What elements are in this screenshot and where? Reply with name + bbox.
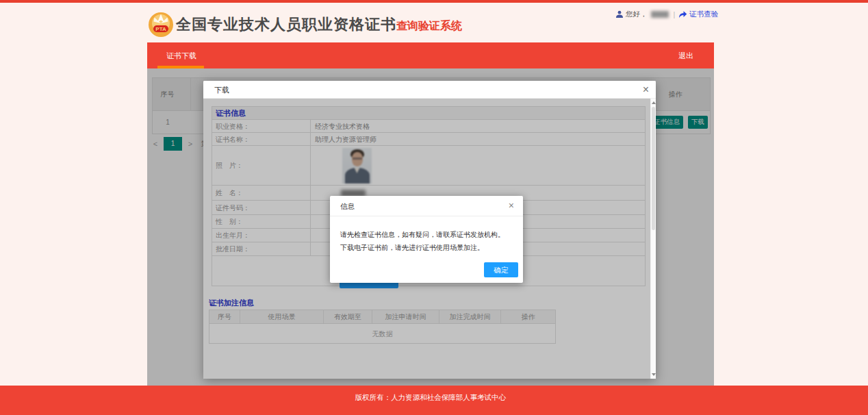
- greeting-text: 您好，: [626, 10, 648, 19]
- scrollbar-down-arrow[interactable]: [652, 373, 656, 376]
- download-modal-titlebar: 下载 ×: [203, 81, 656, 99]
- info-modal-title: 信息: [340, 196, 355, 216]
- info-modal-message: 请先检查证书信息，如有疑问，请联系证书发放机构。 下载电子证书前，请先进行证书使…: [340, 228, 505, 254]
- page-title: 全国专业技术人员职业资格证书查询验证系统: [176, 14, 462, 35]
- svg-text:PTA: PTA: [155, 26, 166, 32]
- redacted-username: [651, 11, 669, 18]
- ok-button[interactable]: 确定: [484, 262, 518, 277]
- modal-scrollbar[interactable]: [650, 99, 656, 379]
- nav-bar: 证书下载 退出: [147, 42, 714, 68]
- scrollbar-thumb[interactable]: [652, 107, 655, 230]
- info-modal-titlebar: 信息 ×: [330, 196, 523, 216]
- share-arrow-icon: [678, 10, 687, 18]
- cert-verify-link[interactable]: 证书查验: [689, 10, 718, 19]
- info-modal: 信息 × 请先检查证书信息，如有疑问，请联系证书发放机构。 下载电子证书前，请先…: [330, 196, 523, 283]
- scrollbar-up-arrow[interactable]: [652, 101, 656, 104]
- divider: |: [674, 10, 676, 18]
- info-modal-close-icon[interactable]: ×: [509, 200, 514, 211]
- logout-button[interactable]: 退出: [678, 42, 693, 68]
- user-icon: [615, 10, 624, 18]
- download-modal-close-icon[interactable]: ×: [643, 82, 649, 97]
- tab-cert-download[interactable]: 证书下载: [166, 42, 196, 68]
- download-modal-title: 下载: [214, 81, 229, 99]
- pta-logo: PTA: [148, 12, 174, 38]
- user-greeting: 您好， | 证书查验: [615, 10, 718, 19]
- footer: 版权所有：人力资源和社会保障部人事考试中心: [0, 386, 868, 415]
- top-accent-bar: [0, 0, 868, 3]
- copyright-text: 版权所有：人力资源和社会保障部人事考试中心: [147, 386, 714, 410]
